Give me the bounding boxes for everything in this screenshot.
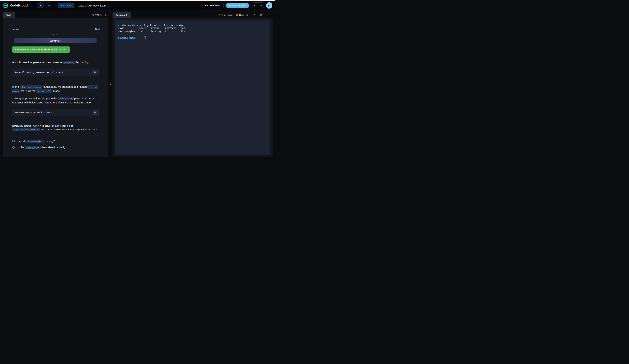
radio-button[interactable] bbox=[12, 146, 15, 149]
stop-square-icon bbox=[236, 14, 238, 16]
mark-complete-button[interactable]: Mark Complete bbox=[226, 3, 249, 8]
next-button[interactable]: Next → bbox=[95, 27, 104, 30]
give-feedback-button[interactable]: Give Feedback bbox=[201, 3, 224, 8]
stop-lab-label: Stop Lab bbox=[239, 14, 248, 16]
pod-text-2: namespace, we created a pod named bbox=[42, 85, 87, 88]
check-1-text-1: Is pod bbox=[18, 140, 26, 143]
moon-icon bbox=[39, 4, 42, 7]
note-text: NOTE: By default NGINX web server defaul… bbox=[3, 124, 108, 131]
progress-dash bbox=[30, 23, 33, 23]
tab-terminal-1-label: Terminal 1 bbox=[116, 14, 127, 16]
prompt-user: student-node bbox=[118, 24, 135, 27]
radio-button[interactable] bbox=[12, 140, 15, 142]
check-pod-running-label: Is pod custom-nginx running? bbox=[18, 140, 55, 143]
context-text-2: by running: bbox=[75, 61, 89, 64]
chevron-left-icon bbox=[254, 4, 256, 7]
terminal-panel-header: Terminal 1 + End Exam Stop Lab bbox=[113, 12, 273, 18]
inline-code-image: nginx:1.17 bbox=[36, 89, 52, 93]
tab-task[interactable]: Task bbox=[3, 12, 15, 18]
list-lines-icon bbox=[47, 4, 50, 7]
copy-icon bbox=[94, 71, 96, 74]
task-instruction: Take appropriate actions to update the i… bbox=[3, 96, 108, 105]
progress-dash bbox=[63, 23, 66, 23]
check-index-updated-label: Is the index.html file updated properly? bbox=[18, 146, 67, 149]
lab-nav-group bbox=[252, 2, 264, 8]
progress-dash bbox=[23, 23, 25, 23]
next-lab-button[interactable] bbox=[258, 3, 264, 8]
stopwatch-icon bbox=[91, 14, 94, 16]
code-block-welcome: Welcome to CKAD mock exams! bbox=[12, 109, 99, 116]
end-exam-button[interactable]: End Exam bbox=[218, 14, 233, 16]
panel-resize-handle[interactable]: ‖ bbox=[108, 12, 113, 157]
inline-code-indexhtml: index.html bbox=[58, 97, 73, 100]
prompt-path: ~ bbox=[137, 24, 138, 27]
note-bold: NOTE: bbox=[12, 124, 20, 127]
terminal-command-line: student-node~→k get pod -n ckad-pod-desi… bbox=[118, 24, 267, 27]
logo-text: KodeKloud bbox=[10, 3, 28, 7]
stop-lab-button[interactable]: Stop Lab bbox=[236, 14, 248, 16]
section-badge: SECTION: APPLICATION DESIGN AND BUILD bbox=[12, 46, 70, 53]
expand-icon bbox=[253, 14, 255, 16]
open-in-new-button[interactable] bbox=[259, 13, 263, 17]
inline-code-path: /usr/share/nginx/html bbox=[12, 128, 40, 131]
kodekloud-logo[interactable]: KodeKloud bbox=[3, 3, 28, 8]
expand-terminal-button[interactable] bbox=[252, 13, 256, 17]
check-index-updated[interactable]: Is the index.html file updated properly? bbox=[3, 146, 108, 149]
terminal-cursor bbox=[144, 36, 146, 39]
previous-arrow-icon: ← bbox=[7, 27, 10, 30]
progress-dash bbox=[78, 23, 81, 23]
weight-bar: Weight: 4 bbox=[14, 38, 97, 43]
terminal-header-actions: End Exam Stop Lab bbox=[218, 13, 273, 17]
inline-code-check1: custom-nginx bbox=[26, 140, 44, 143]
copy-welcome-button[interactable] bbox=[93, 110, 97, 115]
progress-dash bbox=[74, 23, 77, 23]
copy-icon bbox=[94, 111, 96, 114]
next-arrow-icon: → bbox=[101, 27, 104, 30]
progress-dash bbox=[89, 23, 92, 23]
prev-lab-button[interactable] bbox=[252, 3, 258, 8]
tab-terminal-1[interactable]: Terminal 1 bbox=[113, 12, 131, 18]
more-options-button[interactable] bbox=[267, 13, 271, 17]
progress-dash bbox=[71, 23, 73, 23]
progress-dash bbox=[19, 23, 22, 23]
context-text-1: For this question, please set the contex… bbox=[12, 61, 62, 64]
code-text-welcome: Welcome to CKAD mock exams! bbox=[15, 111, 52, 114]
pod-text-1: In the bbox=[12, 85, 20, 88]
task-text-1: Take appropriate actions to update the bbox=[12, 97, 58, 100]
terminal-screen[interactable]: student-node~→k get pod -n ckad-pod-desi… bbox=[115, 20, 270, 155]
previous-button[interactable]: ← Previous bbox=[7, 27, 20, 30]
progress-dash bbox=[60, 23, 62, 23]
terminal-prompt-line: student-node~→ bbox=[118, 36, 267, 39]
end-exam-label: End Exam bbox=[222, 14, 233, 16]
terminal-command: k get pod -n ckad-pod-design bbox=[144, 24, 184, 27]
prompt-user: student-node bbox=[118, 36, 135, 39]
task-panel: Task 121:35 ← bbox=[3, 12, 108, 157]
prompt-arrow-icon: → bbox=[140, 24, 141, 27]
open-in-new-icon bbox=[260, 14, 262, 16]
copy-context-button[interactable] bbox=[93, 70, 97, 75]
progress-dash bbox=[82, 23, 84, 23]
terminal-output-row: custom-nginx 1/1 Running 0 13s bbox=[118, 30, 267, 33]
progress-dash bbox=[45, 23, 48, 23]
timer-value: 121:35 bbox=[95, 14, 102, 16]
avatar[interactable]: B( bbox=[266, 2, 272, 8]
dark-mode-toggle[interactable] bbox=[37, 2, 43, 8]
progress-dash bbox=[26, 23, 29, 23]
previous-label: Previous bbox=[11, 28, 20, 30]
expand-task-button[interactable] bbox=[104, 13, 108, 17]
chevron-right-icon bbox=[260, 4, 262, 7]
app-header: KodeKloud In Progress Lab: CKAD Mock Exa… bbox=[0, 1, 275, 10]
new-terminal-button[interactable]: + bbox=[131, 13, 137, 17]
task-panel-body: ← Previous Next → 5 / 20 Weight: 4 SECTI… bbox=[3, 18, 108, 157]
check-pod-running[interactable]: Is pod custom-nginx running? bbox=[3, 140, 108, 143]
task-panel-header: Task 121:35 bbox=[3, 12, 108, 18]
section-row: SECTION: APPLICATION DESIGN AND BUILD bbox=[3, 43, 108, 53]
terminal-panel: Terminal 1 + End Exam Stop Lab bbox=[113, 12, 273, 157]
inline-code-namespace: ckad-pod-design bbox=[20, 85, 42, 89]
progress-dash bbox=[34, 23, 36, 23]
check-2-text-1: Is the bbox=[18, 146, 25, 149]
code-block-context: kubectl config use-context cluster1 bbox=[12, 69, 99, 76]
progress-dash bbox=[37, 23, 40, 23]
progress-dash bbox=[41, 23, 44, 23]
menu-filter-button[interactable] bbox=[46, 2, 52, 8]
